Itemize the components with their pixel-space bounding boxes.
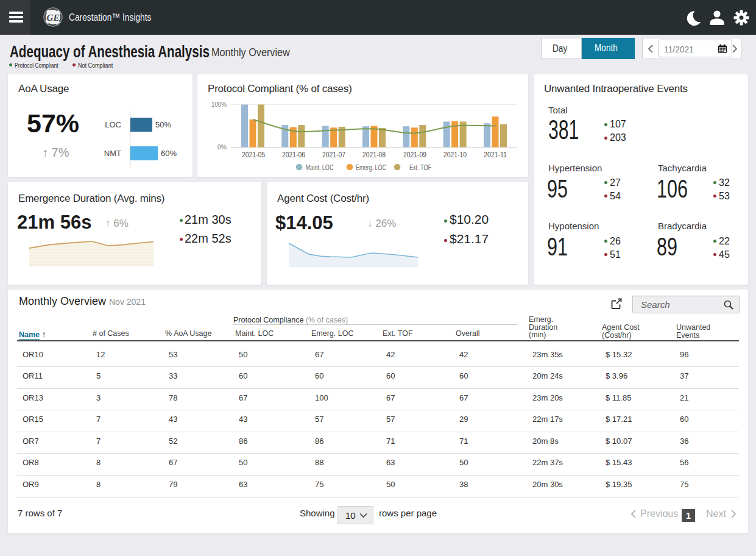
svg-text:2021-10: 2021-10	[443, 151, 467, 159]
svg-text:2021-06: 2021-06	[282, 151, 305, 159]
svg-text:LOC: LOC	[105, 120, 121, 129]
svg-text:Ext. TOF: Ext. TOF	[409, 163, 431, 172]
svg-text:0%: 0%	[217, 143, 227, 151]
svg-text:2021-09: 2021-09	[403, 151, 426, 159]
svg-text:Emerg. LOC: Emerg. LOC	[356, 163, 386, 172]
svg-text:NMT: NMT	[104, 149, 121, 158]
svg-text:2021-05: 2021-05	[242, 151, 265, 159]
svg-text:60%: 60%	[161, 149, 177, 158]
svg-text:2021-07: 2021-07	[322, 151, 345, 159]
svg-text:100%: 100%	[211, 101, 227, 108]
svg-text:Maint. LOC: Maint. LOC	[306, 163, 334, 172]
svg-text:GE: GE	[47, 13, 60, 23]
svg-text:50%: 50%	[155, 120, 171, 129]
svg-text:2021-11: 2021-11	[484, 151, 507, 159]
svg-text:2021-08: 2021-08	[362, 151, 386, 159]
